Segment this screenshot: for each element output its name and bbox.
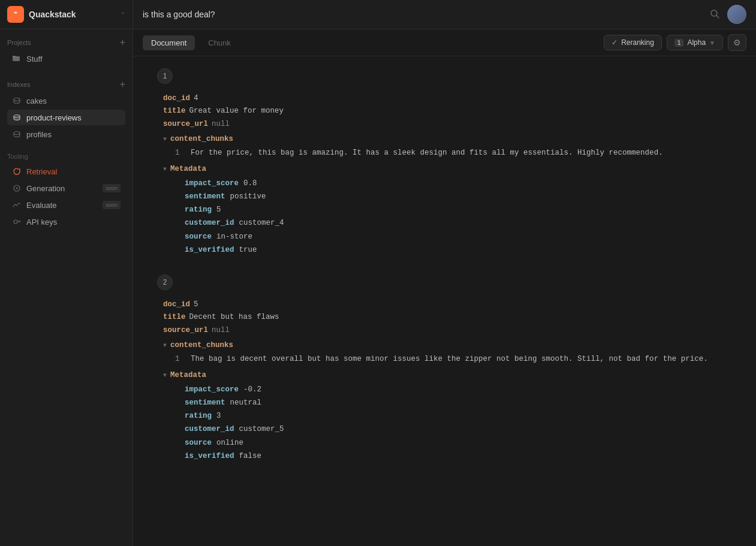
tab-document[interactable]: Document — [143, 35, 195, 50]
generation-soon-badge: soon — [103, 184, 121, 192]
add-index-button[interactable]: + — [120, 80, 125, 89]
alpha-badge: 1 — [674, 39, 684, 47]
result-2-chunks-header: ▼ content_chunks — [163, 339, 732, 352]
api-keys-label: API keys — [26, 218, 57, 227]
result-content-2: doc_id 5 title Decent but has flaws sour… — [157, 298, 732, 463]
result-1-source-url-key: source_url — [163, 118, 208, 131]
result-1-metadata-block: impact_score 0.8 sentiment positive rati… — [163, 177, 732, 257]
svg-point-8 — [14, 220, 17, 224]
result-block-1: 1 doc_id 4 title Great value for money s… — [157, 68, 732, 257]
result-2-chunk-1: 1 The bag is decent overall but has some… — [163, 353, 732, 366]
avatar-image — [727, 5, 746, 24]
alpha-label: Alpha — [687, 38, 706, 47]
result-1-chunks-header: ▼ content_chunks — [163, 133, 732, 146]
app-name: Quackstack — [29, 10, 116, 19]
sidebar-item-api-keys[interactable]: API keys — [7, 214, 125, 230]
svg-point-0 — [11, 10, 20, 19]
svg-point-7 — [16, 188, 18, 189]
result-2-meta-rating: rating 3 — [185, 410, 732, 423]
tooling-section: Tooling Retrieval Generation soon — [0, 147, 132, 233]
project-name: Stuff — [26, 55, 43, 64]
result-1-title-line: title Great value for money — [163, 105, 732, 117]
result-1-meta-customer-id: customer_id customer_4 — [185, 217, 732, 230]
result-1-source-url-line: source_url null — [163, 118, 732, 131]
result-2-metadata-block: impact_score -0.2 sentiment neutral rati… — [163, 384, 732, 463]
result-2-meta-sentiment: sentiment neutral — [185, 397, 732, 409]
toolbar: Document Chunk ✓ Reranking 1 Alpha ▼ ⚙ — [133, 29, 756, 56]
result-2-meta-source: source online — [185, 437, 732, 450]
result-1-title-key: title — [163, 105, 186, 117]
sidebar-item-product-reviews[interactable]: product-reviews — [7, 110, 125, 125]
result-1-source-url-value: null — [212, 118, 230, 131]
result-1-doc-id-value: 4 — [194, 92, 198, 105]
search-input[interactable] — [143, 10, 702, 19]
result-2-chunk-1-text: The bag is decent overall but has some m… — [191, 353, 708, 366]
result-2-title-value: Decent but has flaws — [189, 311, 279, 324]
tab-chunk[interactable]: Chunk — [200, 35, 239, 50]
retrieval-icon — [12, 167, 22, 176]
alpha-button[interactable]: 1 Alpha ▼ — [667, 35, 723, 50]
sidebar-item-stuff[interactable]: Stuff — [7, 51, 125, 67]
indexes-header: Indexes + — [7, 80, 125, 89]
result-1-metadata-key: Metadata — [170, 163, 206, 176]
result-2-chunks-collapse-icon[interactable]: ▼ — [163, 340, 167, 351]
index-icon-product-reviews — [12, 113, 22, 122]
index-profiles-label: profiles — [26, 130, 52, 139]
retrieval-label: Retrieval — [26, 167, 57, 176]
result-2-chunk-1-index: 1 — [175, 353, 185, 366]
result-2-doc-id-key: doc_id — [163, 298, 190, 311]
sidebar-item-retrieval[interactable]: Retrieval — [7, 164, 125, 179]
folder-icon — [12, 54, 22, 64]
app-logo — [7, 6, 24, 23]
settings-button[interactable]: ⚙ — [728, 34, 746, 51]
result-content-1: doc_id 4 title Great value for money sou… — [157, 92, 732, 257]
result-1-meta-sentiment: sentiment positive — [185, 191, 732, 203]
sidebar: Quackstack ⌃ Projects + Stuff Indexes + — [0, 0, 133, 546]
index-icon-profiles — [12, 129, 22, 139]
svg-point-2 — [14, 98, 20, 101]
search-box — [143, 10, 702, 19]
user-avatar[interactable] — [727, 5, 746, 24]
sidebar-item-generation[interactable]: Generation soon — [7, 180, 125, 196]
index-icon-cakes — [12, 96, 22, 105]
result-2-source-url-value: null — [212, 324, 230, 337]
result-1-meta-is-verified: is_verified true — [185, 244, 732, 257]
generation-icon — [12, 183, 22, 193]
result-2-meta-is-verified: is_verified false — [185, 450, 732, 463]
result-2-title-line: title Decent but has flaws — [163, 311, 732, 324]
result-block-2: 2 doc_id 5 title Decent but has flaws so… — [157, 274, 732, 463]
top-bar — [133, 0, 756, 29]
result-2-chunks-key: content_chunks — [170, 339, 233, 352]
search-icon-button[interactable] — [709, 8, 720, 21]
projects-header: Projects + — [7, 38, 125, 47]
result-2-meta-impact-score: impact_score -0.2 — [185, 384, 732, 396]
alpha-chevron-icon: ▼ — [709, 40, 715, 46]
indexes-section: Indexes + cakes product-reviews — [0, 71, 132, 147]
result-2-source-url-line: source_url null — [163, 324, 732, 337]
result-1-meta-rating: rating 5 — [185, 204, 732, 216]
sidebar-item-evaluate[interactable]: Evaluate soon — [7, 197, 125, 213]
result-1-doc-id-key: doc_id — [163, 92, 190, 105]
result-2-metadata-header: ▼ Metadata — [163, 369, 732, 382]
sidebar-item-profiles[interactable]: profiles — [7, 126, 125, 142]
add-project-button[interactable]: + — [120, 38, 125, 47]
app-chevron-icon: ⌃ — [121, 11, 125, 18]
result-2-title-key: title — [163, 311, 186, 324]
main-content: Document Chunk ✓ Reranking 1 Alpha ▼ ⚙ 1… — [133, 0, 756, 546]
result-2-metadata-collapse-icon[interactable]: ▼ — [163, 370, 167, 381]
result-1-title-value: Great value for money — [189, 105, 284, 117]
result-1-chunks-collapse-icon[interactable]: ▼ — [163, 134, 167, 144]
projects-section: Projects + Stuff — [0, 29, 132, 71]
result-2-doc-id-value: 5 — [194, 298, 198, 311]
result-1-metadata-collapse-icon[interactable]: ▼ — [163, 164, 167, 174]
index-cakes-label: cakes — [26, 96, 47, 105]
sidebar-item-cakes[interactable]: cakes — [7, 93, 125, 108]
result-1-metadata-header: ▼ Metadata — [163, 163, 732, 176]
result-1-chunk-1-index: 1 — [175, 147, 185, 159]
result-2-source-url-key: source_url — [163, 324, 208, 337]
result-2-metadata-key: Metadata — [170, 369, 206, 382]
reranking-button[interactable]: ✓ Reranking — [604, 35, 662, 50]
app-header[interactable]: Quackstack ⌃ — [0, 0, 132, 29]
svg-point-5 — [14, 132, 20, 135]
result-number-2: 2 — [157, 274, 173, 290]
